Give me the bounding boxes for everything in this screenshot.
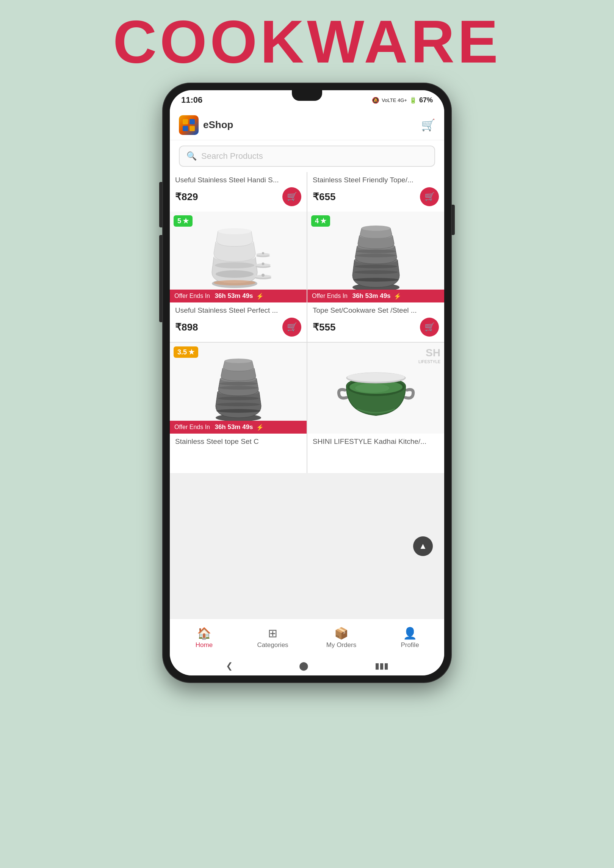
svg-point-12 xyxy=(262,274,265,277)
svg-rect-2 xyxy=(183,126,188,131)
svg-point-26 xyxy=(356,249,396,253)
partial-product-name-2: Stainless Steel Friendly Tope/... xyxy=(313,176,439,184)
product-price-1: ₹898 xyxy=(175,321,198,333)
offer-text-1: Offer Ends In xyxy=(174,293,210,299)
add-to-cart-btn-partial-2[interactable]: 🛒 xyxy=(420,187,439,206)
status-icons: 🔕 VoLTE 4G+ 🔋 67% xyxy=(372,96,433,104)
countdown-1: 36h 53m 49s xyxy=(215,292,253,300)
svg-point-19 xyxy=(214,280,255,285)
rating-badge-1: 5 ★ xyxy=(174,215,193,227)
svg-rect-3 xyxy=(190,126,195,131)
svg-point-18 xyxy=(262,252,264,254)
svg-point-23 xyxy=(354,270,398,274)
page-title: COOKWARE xyxy=(113,11,501,72)
android-back-btn[interactable]: ❮ xyxy=(226,661,233,671)
svg-point-29 xyxy=(362,226,390,231)
svg-point-32 xyxy=(218,396,259,400)
partial-card-1[interactable]: Useful Stainless Steel Handi S... ₹829 🛒 xyxy=(170,172,307,212)
product-image-3: 3.5 ★ xyxy=(170,343,307,434)
product-card-4[interactable]: SH LIFESTYLE xyxy=(307,343,444,473)
status-time: 11:06 xyxy=(181,95,202,105)
offer-banner-3: Offer Ends In 36h 53m 49s ⚡ xyxy=(170,421,307,434)
nav-label-categories: Categories xyxy=(257,641,288,649)
nav-item-home[interactable]: 🏠 Home xyxy=(170,627,238,649)
svg-point-36 xyxy=(219,382,257,385)
product-name-4: SHINI LIFESTYLE Kadhai Kitche/... xyxy=(313,437,439,446)
add-to-cart-btn-1[interactable]: 🛒 xyxy=(282,318,301,337)
product-name-2: Tope Set/Cookware Set /Steel ... xyxy=(313,306,439,315)
bottom-nav: 🏠 Home ⊞ Categories 📦 My Orders 👤 Profil… xyxy=(170,619,444,656)
product-image-4: SH LIFESTYLE xyxy=(307,343,444,434)
battery-percent: 67% xyxy=(419,96,433,104)
countdown-2: 36h 53m 49s xyxy=(352,292,390,300)
product-card-2[interactable]: 4 ★ xyxy=(307,212,444,342)
mute-icon: 🔕 xyxy=(372,97,379,104)
product-card-1[interactable]: 5 ★ xyxy=(170,212,307,342)
svg-point-9 xyxy=(218,228,251,234)
product-price-row-4: 🛒 xyxy=(313,449,439,468)
svg-point-44 xyxy=(347,373,405,382)
svg-point-7 xyxy=(215,262,254,268)
app-logo xyxy=(179,115,199,135)
app-header: eShop 🛒 xyxy=(170,110,444,140)
product-image-svg-4 xyxy=(334,354,418,422)
product-info-4: SHINI LIFESTYLE Kadhai Kitche/... 🛒 xyxy=(307,434,444,473)
product-card-3[interactable]: 3.5 ★ xyxy=(170,343,307,473)
nav-item-orders[interactable]: 📦 My Orders xyxy=(307,627,376,649)
add-to-cart-btn-2[interactable]: 🛒 xyxy=(420,318,439,337)
offer-text-3: Offer Ends In xyxy=(174,424,210,431)
phone-mockup: 11:06 🔕 VoLTE 4G+ 🔋 67% eShop xyxy=(163,83,451,682)
product-image-2: 4 ★ xyxy=(307,212,444,302)
partial-price-row-2: ₹655 🛒 xyxy=(313,187,439,206)
svg-point-39 xyxy=(225,359,252,363)
nav-label-profile: Profile xyxy=(401,641,419,649)
product-name-3: Stainless Steel tope Set C xyxy=(175,437,301,446)
product-price-row-3: 🛒 xyxy=(175,449,301,468)
svg-point-42 xyxy=(355,384,389,393)
product-image-svg-1 xyxy=(200,219,276,295)
svg-point-27 xyxy=(356,254,396,257)
home-icon: 🏠 xyxy=(197,627,211,640)
product-image-svg-2 xyxy=(338,219,414,295)
search-placeholder: Search Products xyxy=(201,151,263,161)
offer-banner-1: Offer Ends In 36h 53m 49s ⚡ xyxy=(170,290,307,302)
battery-icon: 🔋 xyxy=(409,97,417,104)
svg-point-22 xyxy=(355,265,397,268)
app-name: eShop xyxy=(203,119,233,131)
add-to-cart-btn-partial-1[interactable]: 🛒 xyxy=(282,187,301,206)
product-image-svg-3 xyxy=(200,350,276,426)
cart-icon[interactable]: 🛒 xyxy=(421,118,435,132)
product-price-2: ₹555 xyxy=(313,321,335,333)
product-image-1: 5 ★ xyxy=(170,212,307,302)
signal-icon: VoLTE 4G+ xyxy=(382,97,407,103)
nav-item-categories[interactable]: ⊞ Categories xyxy=(238,627,307,649)
svg-rect-0 xyxy=(183,119,188,124)
products-scroll[interactable]: Useful Stainless Steel Handi S... ₹829 🛒… xyxy=(170,172,444,619)
partial-card-2[interactable]: Stainless Steel Friendly Tope/... ₹655 🛒 xyxy=(307,172,444,212)
svg-point-15 xyxy=(262,263,264,265)
svg-rect-1 xyxy=(190,119,195,124)
countdown-3: 36h 53m 49s xyxy=(215,423,253,431)
android-recent-btn[interactable]: ▮▮▮ xyxy=(375,661,388,671)
scroll-top-button[interactable]: ▲ xyxy=(413,536,433,556)
svg-point-37 xyxy=(219,386,258,390)
svg-point-6 xyxy=(216,270,254,278)
nav-item-profile[interactable]: 👤 Profile xyxy=(376,627,444,649)
android-nav-bar: ❮ ⬤ ▮▮▮ xyxy=(170,656,444,675)
products-grid: 5 ★ xyxy=(170,212,444,473)
android-home-btn[interactable]: ⬤ xyxy=(299,661,309,671)
offer-text-2: Offer Ends In xyxy=(312,293,348,299)
rating-badge-2: 4 ★ xyxy=(311,215,330,227)
partial-price-row-1: ₹829 🛒 xyxy=(175,187,301,206)
svg-point-24 xyxy=(353,278,399,282)
product-price-row-1: ₹898 🛒 xyxy=(175,318,301,337)
partial-products-row: Useful Stainless Steel Handi S... ₹829 🛒… xyxy=(170,172,444,212)
offer-banner-2: Offer Ends In 36h 53m 49s ⚡ xyxy=(307,290,444,302)
partial-price-2: ₹655 xyxy=(313,191,335,203)
nav-label-orders: My Orders xyxy=(326,641,356,649)
search-input[interactable]: 🔍 Search Products xyxy=(179,146,435,167)
product-price-row-2: ₹555 🛒 xyxy=(313,318,439,337)
partial-product-name-1: Useful Stainless Steel Handi S... xyxy=(175,176,301,184)
svg-point-33 xyxy=(217,403,260,406)
notch xyxy=(292,90,322,101)
